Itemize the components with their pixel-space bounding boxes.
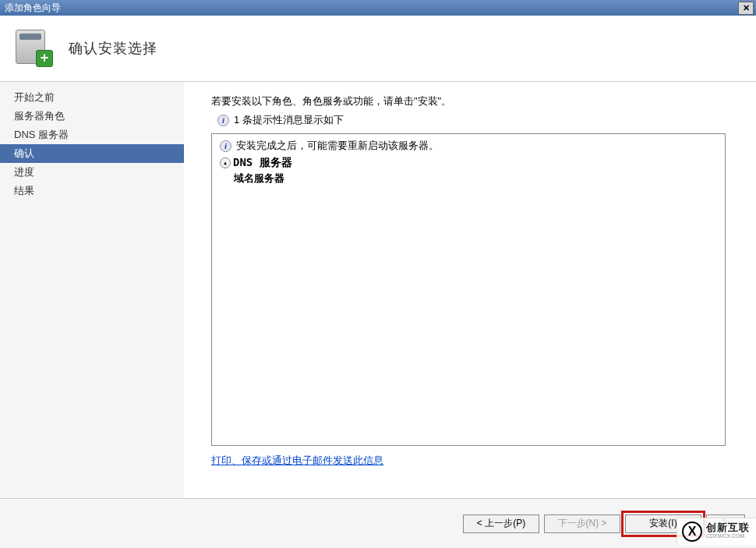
role-name: DNS 服务器 (233, 156, 292, 170)
title-bar: 添加角色向导 ✕ (0, 0, 756, 16)
wizard-footer: < 上一步(P) 下一步(N) > 安装(I) 取 (0, 498, 756, 548)
info-icon: i (217, 115, 229, 126)
collapse-icon[interactable]: ▴ (220, 157, 231, 168)
sidebar-item-before-you-begin[interactable]: 开始之前 (0, 88, 184, 107)
watermark-url: CDXWCX.COM (706, 532, 750, 540)
wizard-icon: + (16, 30, 53, 67)
sidebar-item-confirmation[interactable]: 确认 (0, 144, 184, 163)
restart-note-row: i 安装完成之后，可能需要重新启动该服务器。 (220, 139, 717, 153)
info-icon: i (220, 140, 231, 152)
wizard-sidebar: 开始之前 服务器角色 DNS 服务器 确认 进度 结果 (0, 82, 185, 498)
sidebar-item-server-roles[interactable]: 服务器角色 (0, 107, 184, 126)
wizard-body: 开始之前 服务器角色 DNS 服务器 确认 进度 结果 若要安装以下角色、角色服… (0, 82, 756, 498)
close-button[interactable]: ✕ (738, 2, 754, 15)
role-row: ▴ DNS 服务器 (220, 156, 717, 170)
next-button: 下一步(N) > (544, 514, 620, 533)
sidebar-item-dns-server[interactable]: DNS 服务器 (0, 126, 184, 144)
export-link-row: 打印、保存或通过电子邮件发送此信息 (211, 454, 740, 468)
restart-note: 安装完成之后，可能需要重新启动该服务器。 (236, 139, 439, 153)
export-info-link[interactable]: 打印、保存或通过电子邮件发送此信息 (211, 454, 383, 466)
watermark-text: 创新互联 CDXWCX.COM (706, 523, 750, 540)
window-title: 添加角色向导 (5, 2, 738, 15)
plus-icon: + (36, 50, 53, 67)
sidebar-item-progress[interactable]: 进度 (0, 163, 184, 182)
page-title: 确认安装选择 (69, 39, 157, 58)
wizard-header: + 确认安装选择 (0, 16, 756, 82)
intro-text: 若要安装以下角色、角色服务或功能，请单击"安装"。 (211, 94, 740, 108)
info-message-summary: i 1 条提示性消息显示如下 (211, 113, 740, 127)
sidebar-item-results[interactable]: 结果 (0, 182, 184, 200)
details-box: i 安装完成之后，可能需要重新启动该服务器。 ▴ DNS 服务器 域名服务器 (211, 133, 726, 446)
info-message-count: 1 条提示性消息显示如下 (234, 113, 344, 127)
main-panel: 若要安装以下角色、角色服务或功能，请单击"安装"。 i 1 条提示性消息显示如下… (185, 82, 756, 498)
watermark-brand: 创新互联 (706, 523, 750, 532)
previous-button[interactable]: < 上一步(P) (463, 514, 539, 533)
watermark-logo-icon: X (682, 521, 702, 542)
watermark: X 创新互联 CDXWCX.COM (677, 518, 756, 545)
role-service: 域名服务器 (220, 171, 717, 186)
